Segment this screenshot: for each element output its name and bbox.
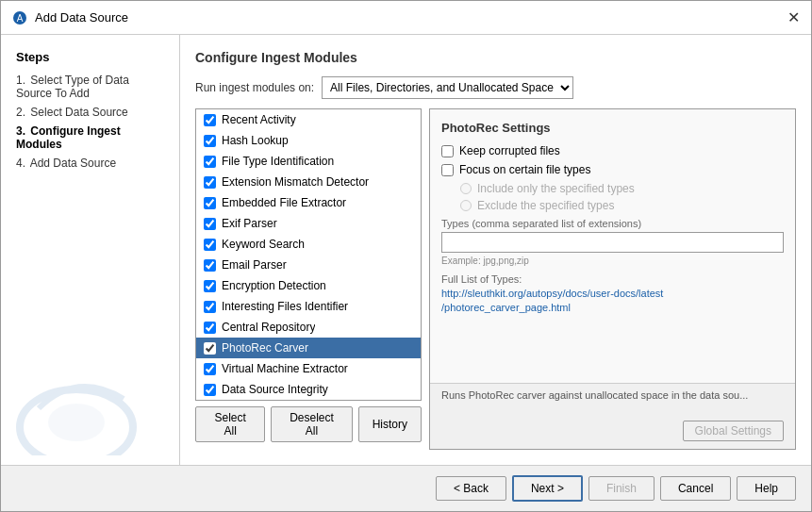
add-data-source-dialog: A Add Data Source ✕ Steps 1. Select Type… [0,0,812,512]
cancel-button[interactable]: Cancel [660,476,731,501]
settings-description: Runs PhotoRec carver against unallocated… [430,383,795,417]
settings-global-btn-container: Global Settings [430,417,795,449]
watermark [1,352,175,455]
keep-corrupted-checkbox[interactable] [441,145,454,157]
step-item-3: 3. Configure Ingest Modules [16,124,164,151]
step-item-1: 1. Select Type of Data Source To Add [16,74,164,100]
modules-list-container: Recent Activity Hash Lookup File Type Id… [195,108,422,401]
dialog-body: Steps 1. Select Type of Data Source To A… [1,35,811,465]
include-radio[interactable] [460,183,472,194]
focus-file-types-label: Focus on certain file types [459,163,590,176]
dialog-title: Add Data Source [35,10,128,25]
svg-point-3 [48,404,105,441]
sidebar: Steps 1. Select Type of Data Source To A… [1,35,180,465]
module-item-hash-lookup[interactable]: Hash Lookup [196,130,421,151]
module-checkbox-photorec[interactable] [204,342,216,355]
keep-corrupted-row: Keep corrupted files [441,144,784,157]
help-button[interactable]: Help [737,476,796,501]
module-checkbox-ext-mismatch[interactable] [204,176,216,189]
module-item-central-repo[interactable]: Central Repository [196,317,421,338]
app-icon: A [12,10,27,25]
keep-corrupted-label: Keep corrupted files [459,144,560,157]
titlebar-left: A Add Data Source [12,10,128,25]
next-button[interactable]: Next > [512,475,583,502]
settings-panel: PhotoRec Settings Keep corrupted files F… [429,108,796,450]
module-item-keyword-search[interactable]: Keyword Search [196,234,421,255]
module-checkbox-hash-lookup[interactable] [204,135,216,147]
module-checkbox-keyword-search[interactable] [204,239,216,251]
sidebar-title: Steps [16,50,164,64]
step-item-4: 4. Add Data Source [16,157,164,170]
radio-group: Include only the specified types Exclude… [460,182,784,212]
module-checkbox-interesting-files[interactable] [204,301,216,313]
module-checkbox-file-type-id[interactable] [204,156,216,168]
photorec-link[interactable]: http://sleuthkit.org/autopsy/docs/user-d… [441,287,784,316]
module-checkbox-vm-extractor[interactable] [204,363,216,375]
module-item-file-type-id[interactable]: File Type Identification [196,151,421,172]
module-checkbox-recent-activity[interactable] [204,114,216,126]
module-checkbox-email-parser[interactable] [204,259,216,272]
deselect-all-button[interactable]: Deselect All [271,406,352,442]
types-input[interactable] [441,232,784,253]
modules-list: Recent Activity Hash Lookup File Type Id… [196,109,421,400]
main-content: Configure Ingest Modules Run ingest modu… [180,35,811,465]
module-checkbox-embedded-file[interactable] [204,197,216,209]
step-item-2: 2. Select Data Source [16,106,164,119]
module-item-exif-parser[interactable]: Exif Parser [196,213,421,234]
step-list: 1. Select Type of Data Source To Add 2. … [16,74,164,170]
module-checkbox-data-source-integrity[interactable] [204,384,216,396]
module-item-embedded-file[interactable]: Embedded File Extractor [196,192,421,213]
run-on-label: Run ingest modules on: [195,81,314,94]
settings-inner: PhotoRec Settings Keep corrupted files F… [430,109,795,383]
modules-area: Recent Activity Hash Lookup File Type Id… [195,108,796,450]
module-checkbox-exif-parser[interactable] [204,218,216,230]
history-button[interactable]: History [358,406,422,442]
module-item-encryption-detection[interactable]: Encryption Detection [196,275,421,296]
module-item-email-parser[interactable]: Email Parser [196,255,421,275]
full-list-label: Full List of Types: [441,273,784,285]
module-item-photorec[interactable]: PhotoRec Carver [196,338,421,358]
run-on-select[interactable]: All Files, Directories, and Unallocated … [322,76,573,99]
focus-file-types-row: Focus on certain file types [441,163,784,176]
module-item-interesting-files[interactable]: Interesting Files Identifier [196,296,421,317]
select-all-button[interactable]: Select All [195,406,265,442]
module-item-vm-extractor[interactable]: Virtual Machine Extractor [196,358,421,379]
back-button[interactable]: < Back [436,476,506,501]
global-settings-button[interactable]: Global Settings [683,421,784,441]
dialog-footer: < Back Next > Finish Cancel Help [1,465,811,511]
modules-list-wrapper: Recent Activity Hash Lookup File Type Id… [195,108,422,450]
focus-file-types-checkbox[interactable] [441,164,454,176]
module-checkbox-encryption-detection[interactable] [204,280,216,292]
module-item-ext-mismatch[interactable]: Extension Mismatch Detector [196,172,421,192]
example-text: Example: jpg,png,zip [441,256,784,266]
run-on-row: Run ingest modules on: All Files, Direct… [195,76,796,99]
module-item-recent-activity[interactable]: Recent Activity [196,109,421,130]
exclude-radio[interactable] [460,200,472,211]
module-checkbox-central-repo[interactable] [204,322,216,334]
exclude-label: Exclude the specified types [477,199,614,212]
svg-text:A: A [17,13,24,24]
section-title: Configure Ingest Modules [195,50,796,65]
close-button[interactable]: ✕ [787,10,800,25]
types-label: Types (comma separated list of extension… [441,218,784,229]
titlebar: A Add Data Source ✕ [1,1,811,35]
module-buttons: Select All Deselect All History [195,401,422,442]
settings-title: PhotoRec Settings [441,121,784,135]
include-label: Include only the specified types [477,182,635,195]
exclude-radio-row: Exclude the specified types [460,199,784,212]
finish-button[interactable]: Finish [588,476,655,501]
module-item-data-source-integrity[interactable]: Data Source Integrity [196,379,421,400]
include-radio-row: Include only the specified types [460,182,784,195]
